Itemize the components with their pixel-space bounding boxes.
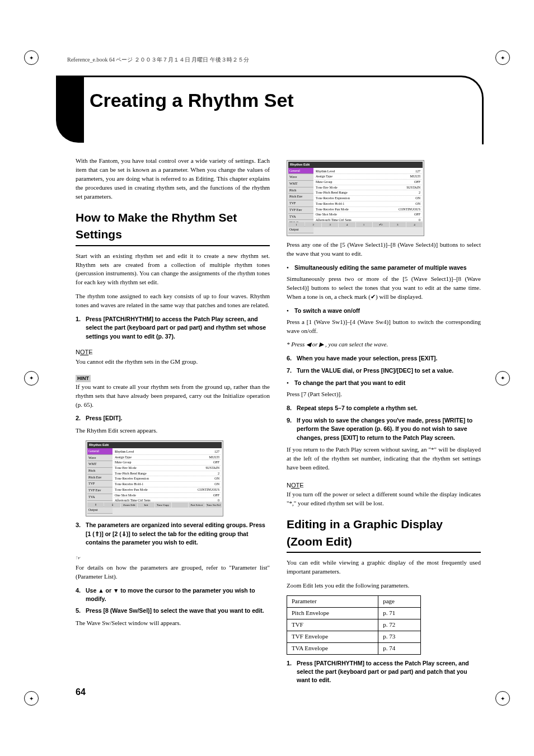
step-text: Press [PATCH/RHYTHM] to access the Patch… bbox=[86, 315, 270, 341]
step-number: 8. bbox=[287, 404, 297, 413]
step-number: 9. bbox=[287, 416, 297, 442]
step-text: Repeat steps 5–7 to complete a rhythm se… bbox=[297, 404, 481, 413]
screenshot-footer: 1234 1✔234 bbox=[288, 221, 423, 227]
paragraph: You can edit while viewing a graphic dis… bbox=[287, 558, 481, 576]
crop-mark-icon bbox=[495, 371, 510, 386]
crop-mark-icon bbox=[24, 50, 39, 65]
page-title: Creating a Rhythm Set bbox=[90, 90, 294, 111]
screenshot-nav: GeneralWaveWMT PitchPitch EnvTVF TVF Env… bbox=[87, 448, 113, 501]
intro-paragraph: With the Fantom, you have total control … bbox=[76, 157, 270, 201]
step-number: 6. bbox=[287, 354, 297, 363]
note-text: You cannot edit the rhythm sets in the G… bbox=[76, 358, 270, 367]
bullet-body: Press [7 (Part Select)]. bbox=[287, 390, 481, 399]
crop-mark-icon bbox=[24, 691, 39, 706]
heading-settings: How to Make the Rhythm Set Settings bbox=[76, 209, 270, 246]
step-1: 1. Press [PATCH/RHYTHM] to access the Pa… bbox=[76, 315, 270, 341]
reference-text: For details on how the parameters are gr… bbox=[76, 564, 270, 581]
reference-icon bbox=[76, 553, 82, 564]
hint-icon: HINT bbox=[76, 375, 91, 382]
parameter-table: Parameterpage Pitch Envelopep. 71 TVFp. … bbox=[287, 595, 421, 655]
running-header: Reference_e.book 64 ページ ２００３年７月１４日 月曜日 午… bbox=[67, 56, 249, 64]
bullet-item: • To change the part that you want to ed… bbox=[287, 379, 481, 388]
step-number: 4. bbox=[76, 586, 86, 603]
body-columns: With the Fantom, you have total control … bbox=[76, 157, 481, 683]
bullet-item: • To switch a wave on/off bbox=[287, 307, 481, 316]
heading-zoom-edit: Editing in a Graphic Display (Zoom Edit) bbox=[287, 516, 481, 553]
step-text: Press [PATCH/RHYTHM] to access the Patch… bbox=[297, 659, 481, 685]
paragraph: The rhythm tone assigned to each key con… bbox=[76, 292, 270, 310]
note-icon: NOTE bbox=[76, 348, 93, 358]
step-text: The parameters are organized into severa… bbox=[86, 521, 270, 547]
step-9: 9. If you wish to save the changes you'v… bbox=[287, 416, 481, 442]
crop-mark-icon bbox=[495, 691, 510, 706]
note-text: If you turn off the power or select a di… bbox=[287, 490, 481, 508]
screenshot-nav: GeneralWaveWMT PitchPitch EnvTVF TVF Env… bbox=[288, 168, 313, 221]
step-text: If you wish to save the changes you've m… bbox=[297, 416, 481, 442]
paragraph: Start with an existing rhythm set and ed… bbox=[76, 252, 270, 288]
page: Reference_e.book 64 ページ ２００３年７月１４日 月曜日 午… bbox=[0, 0, 534, 756]
step-text: Turn the VALUE dial, or Press [INC]/[DEC… bbox=[297, 367, 481, 375]
bullet-item: • Simultaneously editing the same parame… bbox=[287, 264, 481, 273]
step-8: 8. Repeat steps 5–7 to complete a rhythm… bbox=[287, 404, 481, 413]
step-number: 3. bbox=[76, 521, 86, 547]
step-6: 6. When you have made your selection, pr… bbox=[287, 354, 481, 363]
paragraph: If you return to the Patch Play screen w… bbox=[287, 445, 481, 472]
step-number: 1. bbox=[76, 315, 86, 341]
bullet-body: Press a [1 (Wave Sw1)]–[4 (Wave Sw4)] bu… bbox=[287, 318, 481, 336]
crop-mark-icon bbox=[24, 371, 39, 386]
step-text: When you have made your selection, press… bbox=[297, 354, 481, 363]
paragraph: Press any one of the [5 (Wave Select1)]–… bbox=[287, 241, 481, 259]
step-number: 7. bbox=[287, 367, 297, 375]
step-number: 1. bbox=[287, 659, 297, 685]
paragraph: The Rhythm Edit screen appears. bbox=[76, 426, 270, 435]
screenshot-params: Rhythm Level127 Assign TypeMULTI Mute Gr… bbox=[113, 448, 222, 501]
star-note: * Press ◀ or ▶ , you can select the wave… bbox=[287, 340, 481, 349]
crop-mark-icon bbox=[495, 50, 510, 65]
bullet-title: To switch a wave on/off bbox=[294, 307, 360, 316]
step-7: 7. Turn the VALUE dial, or Press [INC]/[… bbox=[287, 367, 481, 375]
screenshot-footer: ⇑⇓Zoom Edit InitTone Copy Part SelectTon… bbox=[87, 501, 222, 508]
screenshot-title: Rhythm Edit bbox=[87, 442, 222, 448]
bullet-body: Simultaneously press two or more of the … bbox=[287, 275, 481, 302]
hint-text: If you want to create all your rhythm se… bbox=[76, 383, 270, 410]
step-text: Press [8 (Wave Sw/Sel)] to select the wa… bbox=[86, 607, 270, 616]
note-icon: NOTE bbox=[287, 481, 304, 491]
rhythm-edit-screenshot: Rhythm Edit GeneralWaveWMT PitchPitch En… bbox=[86, 440, 223, 516]
step-3: 3. The parameters are organized into sev… bbox=[76, 521, 270, 547]
zoom-step-1: 1. Press [PATCH/RHYTHM] to access the Pa… bbox=[287, 659, 481, 685]
step-text: Use ▲ or ▼ to move the cursor to the par… bbox=[86, 586, 270, 603]
step-number: 5. bbox=[76, 607, 86, 616]
step-text: Press [EDIT]. bbox=[86, 414, 270, 423]
paragraph: Zoom Edit lets you edit the following pa… bbox=[287, 581, 481, 590]
page-number: 64 bbox=[76, 687, 86, 697]
screenshot-title: Rhythm Edit bbox=[288, 162, 423, 168]
bullet-title: To change the part that you want to edit bbox=[294, 379, 405, 388]
step-number: 2. bbox=[76, 414, 86, 423]
bullet-title: Simultaneously editing the same paramete… bbox=[294, 264, 467, 273]
wave-select-screenshot: Rhythm Edit GeneralWaveWMT PitchPitch En… bbox=[287, 160, 424, 236]
step-5: 5. Press [8 (Wave Sw/Sel)] to select the… bbox=[76, 607, 270, 616]
step-4: 4. Use ▲ or ▼ to move the cursor to the … bbox=[76, 586, 270, 603]
step-2: 2. Press [EDIT]. bbox=[76, 414, 270, 423]
paragraph: The Wave Sw/Select window will appears. bbox=[76, 619, 270, 628]
screenshot-params: Rhythm Level127 Assign TypeMULTI Mute Gr… bbox=[313, 168, 423, 221]
